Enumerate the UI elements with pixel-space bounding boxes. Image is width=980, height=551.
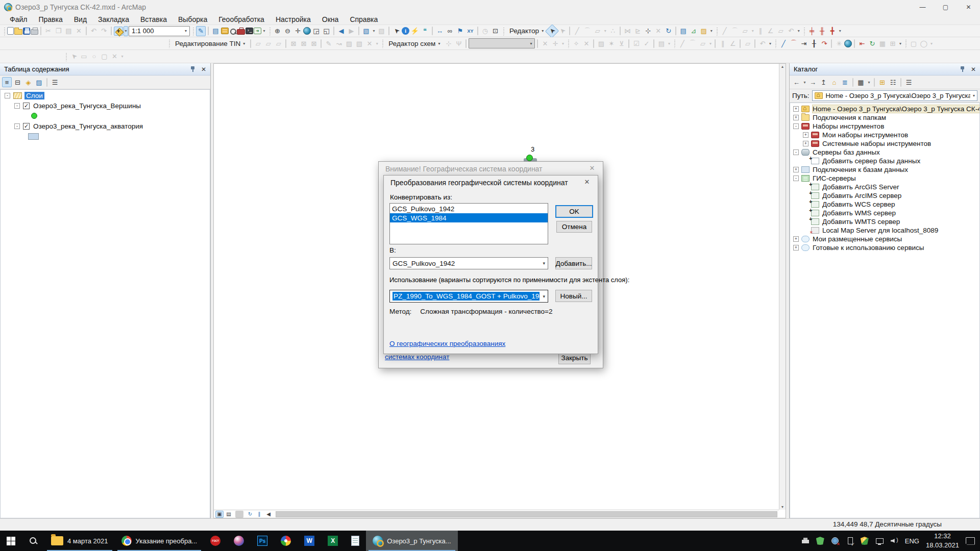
expander-icon[interactable]: -: [793, 123, 799, 129]
tin-delete-tool-2[interactable]: ⊠: [299, 38, 308, 48]
menu-item[interactable]: Выборка: [173, 14, 213, 24]
calibrate-route-tool[interactable]: ⇤: [857, 38, 867, 48]
tin-surface-tool-1[interactable]: ▨: [344, 38, 354, 48]
tin-edit-tool-2[interactable]: ▱: [263, 38, 273, 48]
select-lasso-graphics-tool[interactable]: ◯: [919, 38, 928, 48]
parallel-tool[interactable]: ∥: [755, 26, 765, 36]
taskbar-arcmap-item[interactable]: Озеро3_р Тунгуска...: [366, 531, 457, 551]
toolbar-grip[interactable]: [3, 27, 5, 36]
fixed-zoom-in-button[interactable]: ◲: [311, 26, 321, 36]
network-tool-1[interactable]: ✧: [571, 38, 581, 48]
globe-view-button[interactable]: [844, 40, 852, 47]
ok-button[interactable]: OK: [555, 205, 593, 218]
menu-item[interactable]: Вставка: [135, 14, 173, 24]
editor-menu[interactable]: Редактор: [506, 26, 547, 36]
expander-icon[interactable]: +: [793, 106, 799, 112]
close-icon[interactable]: ✕: [581, 178, 593, 186]
select-features-tool[interactable]: ▧: [361, 26, 371, 36]
taskbar-word-item[interactable]: W: [298, 531, 321, 551]
pin-icon[interactable]: [190, 66, 195, 72]
menu-item[interactable]: Вид: [68, 14, 92, 24]
route-edit-tool-2[interactable]: ⌒: [789, 38, 798, 48]
schematic-layer-combo[interactable]: [469, 38, 535, 48]
map-horizontal-scrollbar[interactable]: [276, 511, 777, 517]
schematics-editor-menu[interactable]: Редактор схем: [385, 38, 443, 48]
refresh-network-button[interactable]: ↻: [867, 38, 877, 48]
create-polygon-tool[interactable]: ▱: [593, 26, 602, 36]
toc-options-button[interactable]: ☰: [50, 77, 60, 87]
topology-check-tool-1[interactable]: ☑: [631, 38, 641, 48]
menu-item[interactable]: Файл: [4, 14, 33, 24]
toolbar-grip[interactable]: [673, 39, 675, 48]
split-tool[interactable]: ⋈: [623, 26, 632, 36]
tin-edit-tool-3[interactable]: ▱: [274, 38, 283, 48]
sketch-dropdown[interactable]: ▾: [708, 38, 713, 48]
sketch-arc-tool[interactable]: ⌒: [688, 38, 697, 48]
print-button[interactable]: [31, 29, 38, 35]
collapse-icon[interactable]: -: [14, 103, 20, 109]
catalog-back-button[interactable]: ←: [792, 77, 801, 87]
layer-name[interactable]: Озеро3_река_Тунгуска_Вершины: [33, 102, 141, 110]
language-indicator[interactable]: ENG: [905, 537, 919, 545]
minimize-button[interactable]: —: [911, 0, 934, 14]
buffer-construct-tool[interactable]: ▱: [776, 26, 786, 36]
about-transformations-link[interactable]: О географических преобразованиях: [389, 340, 505, 347]
taskbar-chrome-item[interactable]: Указание преобра...: [115, 531, 204, 551]
select-polygon-graphics-tool[interactable]: ▢: [909, 38, 918, 48]
expander-icon[interactable]: -: [793, 149, 799, 155]
copy-button[interactable]: ❐: [54, 26, 63, 36]
add-data-dropdown[interactable]: ▾: [124, 26, 128, 36]
add-data-button[interactable]: [114, 27, 123, 36]
grid-tool-1[interactable]: ▦: [877, 38, 887, 48]
printer-icon[interactable]: [801, 537, 810, 545]
map-scale-combo[interactable]: 1:1 000: [129, 26, 190, 36]
grid-tool-2[interactable]: ⊞: [888, 38, 897, 48]
error-inspector-button[interactable]: ▤: [656, 38, 666, 48]
sketch-properties-button[interactable]: ⊿: [689, 26, 698, 36]
toc-root-label[interactable]: Слои: [24, 92, 44, 99]
toolbar-grip[interactable]: [904, 39, 906, 48]
route-edit-tool-5[interactable]: ↷: [819, 38, 829, 48]
antivirus-shield-icon[interactable]: [816, 537, 824, 545]
to-combo[interactable]: GCS_Pulkovo_1942: [389, 257, 548, 269]
graphics-select-tool[interactable]: ➤: [67, 49, 81, 64]
create-arc-tool[interactable]: ⌒: [582, 26, 592, 36]
menu-item[interactable]: Правка: [33, 14, 68, 24]
measure-tool[interactable]: ↔: [435, 26, 445, 36]
expander-icon[interactable]: [803, 219, 808, 224]
close-icon[interactable]: ✕: [586, 164, 598, 172]
schematic-layout-tool[interactable]: ✛: [550, 38, 560, 48]
sketch-undo-button[interactable]: ↶: [757, 38, 767, 48]
cut-button[interactable]: ✂: [43, 26, 53, 36]
taskbar-photoshop-item[interactable]: Ps: [251, 531, 274, 551]
save-button[interactable]: [23, 28, 30, 35]
sketch-overflow[interactable]: ▾: [768, 38, 772, 48]
undo-sketch-button[interactable]: ↶: [786, 26, 796, 36]
python-window-button[interactable]: [246, 28, 253, 34]
toolbar-grip[interactable]: [192, 27, 194, 36]
edit-vertices-button[interactable]: ✎: [196, 26, 206, 36]
modelbuilder-button[interactable]: [254, 28, 261, 34]
find-route-tool[interactable]: ⚑: [455, 26, 465, 36]
create-features-button[interactable]: ▨: [699, 26, 708, 36]
route-edit-tool-4[interactable]: ╂: [809, 38, 819, 48]
expander-icon[interactable]: +: [803, 141, 808, 146]
cancel-button[interactable]: Отмена: [556, 221, 592, 233]
schematic-branch-tool[interactable]: Ψ: [454, 38, 463, 48]
taskbar-gost-item[interactable]: ГОСТ: [204, 531, 227, 551]
collapse-icon[interactable]: -: [5, 93, 10, 98]
layer-visibility-checkbox[interactable]: ✓: [23, 123, 30, 130]
clock[interactable]: 12:32 18.03.2021: [926, 532, 959, 549]
list-by-source-button[interactable]: ⊟: [13, 77, 22, 87]
list-by-selection-button[interactable]: ▨: [34, 77, 44, 87]
table-of-contents-button[interactable]: ▤: [211, 26, 220, 36]
network-globe-offline-icon[interactable]: [831, 537, 839, 545]
editor-overflow[interactable]: ▾: [709, 26, 714, 36]
full-extent-button[interactable]: [303, 27, 311, 35]
graphics-delete-tool[interactable]: ✕: [110, 52, 119, 62]
usage-combo[interactable]: PZ_1990_To_WGS_1984_GOST + Pulkovo_1942_…: [389, 290, 548, 303]
default-geodatabase-button[interactable]: ≣: [840, 77, 850, 87]
sketch-shape-tool[interactable]: ▱: [698, 38, 707, 48]
toggle-contents-panel-button[interactable]: ☷: [888, 77, 898, 87]
tin-erase-tool[interactable]: ✕: [364, 38, 374, 48]
